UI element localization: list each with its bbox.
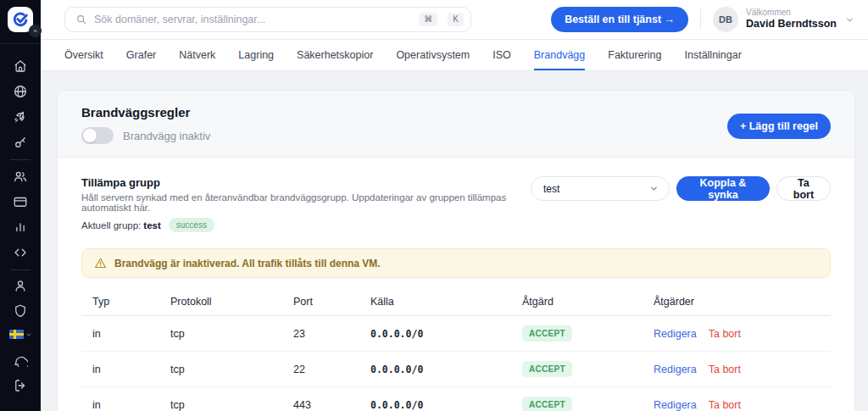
sidebar-divider: [10, 159, 31, 160]
tab-oversikt[interactable]: Översikt: [64, 40, 103, 70]
firewall-card: Brandväggsregler Brandvägg inaktiv + Läg…: [57, 90, 855, 411]
current-group-value: test: [143, 220, 160, 230]
edit-rule-link[interactable]: Redigera: [654, 399, 697, 411]
chevron-down-icon: [649, 184, 659, 193]
column-header-port: Port: [282, 288, 359, 316]
delete-rule-link[interactable]: Ta bort: [709, 328, 741, 340]
tab-brandvagg[interactable]: Brandvägg: [534, 40, 585, 70]
source-cidr: 0.0.0.0/0: [370, 328, 423, 340]
firewall-card-header: Brandväggsregler Brandvägg inaktiv + Läg…: [58, 91, 854, 158]
tab-sakerhetskopior[interactable]: Säkerhetskopior: [297, 40, 373, 70]
remove-group-button[interactable]: Ta bort: [776, 176, 831, 201]
column-header-kalla: Källa: [359, 288, 511, 316]
firewall-card-body: Tillämpa grupp Håll servern synkad med e…: [58, 158, 854, 411]
avatar[interactable]: DB: [713, 7, 738, 32]
tab-grafer[interactable]: Grafer: [126, 40, 156, 70]
users-icon[interactable]: [13, 169, 28, 184]
delete-rule-link[interactable]: Ta bort: [709, 364, 741, 375]
top-header: ⌘ K Beställ en till tjänst → DB Välkomme…: [41, 0, 868, 40]
table-row: in tcp 443 0.0.0.0/0 ACCEPT RedigeraTa b…: [81, 387, 831, 411]
search-input[interactable]: [94, 14, 412, 25]
tab-operativsystem[interactable]: Operativsystem: [396, 40, 470, 70]
firewall-rules-table: Typ Protokoll Port Källa Åtgärd Åtgärder…: [81, 288, 831, 411]
firewall-warning-banner: Brandvägg är inaktiverad. All trafik til…: [81, 248, 831, 278]
warning-text: Brandvägg är inaktiverad. All trafik til…: [114, 258, 381, 269]
accept-badge: ACCEPT: [522, 397, 572, 411]
server-tabs: Översikt Grafer Nätverk Lagring Säkerhet…: [41, 40, 868, 71]
bar-chart-icon[interactable]: [13, 219, 28, 235]
tab-fakturering[interactable]: Fakturering: [608, 40, 661, 70]
page-title: Brandväggsregler: [81, 105, 210, 119]
accept-badge: ACCEPT: [522, 325, 572, 342]
toggle-knob: [83, 129, 97, 142]
chat-icon[interactable]: [13, 352, 28, 367]
apply-group-description: Håll servern synkad med en återanvändbar…: [81, 192, 531, 213]
globe-icon[interactable]: [13, 84, 28, 99]
accept-badge: ACCEPT: [522, 361, 572, 377]
app-logo[interactable]: »: [8, 7, 33, 32]
order-service-button[interactable]: Beställ en till tjänst →: [551, 7, 688, 32]
tab-installningar[interactable]: Inställningar: [684, 40, 741, 70]
table-row: in tcp 23 0.0.0.0/0 ACCEPT RedigeraTa bo…: [81, 316, 831, 352]
group-select[interactable]: test: [531, 176, 670, 201]
sidebar: »: [0, 0, 41, 411]
apply-group-section: Tillämpa grupp Håll servern synkad med e…: [81, 176, 831, 232]
column-header-atgarder: Åtgärder: [643, 288, 831, 316]
person-icon[interactable]: [13, 278, 28, 293]
table-row: in tcp 22 0.0.0.0/0 ACCEPT RedigeraTa bo…: [81, 352, 831, 387]
header-divider: [700, 9, 701, 30]
sweden-flag-icon: [9, 330, 24, 339]
source-cidr: 0.0.0.0/0: [370, 364, 423, 375]
k-key-badge: K: [448, 13, 464, 26]
group-select-value: test: [543, 183, 559, 195]
user-name: David Berndtsson: [746, 18, 837, 31]
search-bar[interactable]: ⌘ K: [64, 7, 471, 32]
search-icon: [75, 14, 87, 25]
code-icon[interactable]: [13, 245, 28, 260]
sync-group-button[interactable]: Koppla & synka: [676, 176, 770, 201]
edit-rule-link[interactable]: Redigera: [654, 364, 697, 375]
column-header-typ: Typ: [81, 288, 159, 316]
main-content: Brandväggsregler Brandvägg inaktiv + Läg…: [41, 71, 868, 411]
edit-rule-link[interactable]: Redigera: [654, 328, 697, 340]
current-group-label: Aktuell grupp:: [81, 220, 141, 230]
firewall-toggle[interactable]: [81, 127, 114, 144]
credit-card-icon[interactable]: [13, 194, 28, 209]
firewall-toggle-label: Brandvägg inaktiv: [123, 130, 210, 142]
cmd-key-badge: ⌘: [419, 13, 437, 26]
delete-rule-link[interactable]: Ta bort: [709, 399, 741, 411]
user-info: Välkommen David Berndtsson: [746, 8, 837, 31]
logout-icon[interactable]: [13, 378, 28, 393]
welcome-label: Välkommen: [746, 8, 837, 19]
language-selector[interactable]: [9, 330, 32, 339]
sidebar-divider: [0, 43, 41, 44]
tab-natverk[interactable]: Nätverk: [179, 40, 215, 70]
tab-lagring[interactable]: Lagring: [238, 40, 274, 70]
tab-iso[interactable]: ISO: [492, 40, 511, 70]
warning-icon: [94, 257, 107, 269]
status-badge: success: [169, 218, 214, 232]
table-header-row: Typ Protokoll Port Källa Åtgärd Åtgärder: [81, 288, 831, 316]
column-header-protokoll: Protokoll: [159, 288, 282, 316]
user-menu-chevron-icon[interactable]: [845, 15, 854, 25]
key-icon[interactable]: [13, 135, 28, 150]
rocket-icon[interactable]: [13, 109, 28, 125]
chevron-down-icon: [25, 331, 32, 338]
source-cidr: 0.0.0.0/0: [370, 399, 423, 411]
apply-group-title: Tillämpa grupp: [81, 176, 531, 189]
add-rule-button[interactable]: + Lägg till regel: [727, 114, 831, 139]
sidebar-divider: [10, 269, 31, 270]
sidebar-expand-icon[interactable]: »: [29, 25, 42, 37]
home-icon[interactable]: [13, 58, 28, 74]
column-header-atgard: Åtgärd: [511, 288, 643, 316]
current-group: Aktuell grupp: test success: [81, 218, 531, 232]
shield-icon[interactable]: [13, 303, 28, 319]
